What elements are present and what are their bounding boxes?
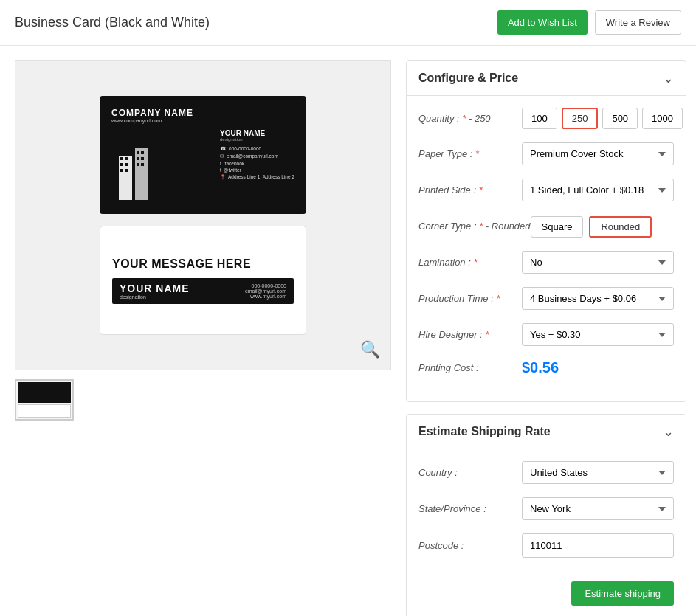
country-row: Country : United States Canada United Ki…: [418, 461, 674, 484]
card-company-name: COMPANY NAME: [111, 108, 193, 118]
configure-section: Configure & Price ⌄ Quantity : * - 250 1…: [406, 60, 686, 402]
zoom-icon[interactable]: 🔍: [360, 340, 380, 359]
card-your-name: YOUR NAME: [220, 129, 294, 137]
card-white-bottom-left: YOUR NAME designation: [120, 283, 190, 300]
shipping-section: Estimate Shipping Rate ⌄ Country : Unite…: [406, 414, 686, 616]
shipping-section-header: Estimate Shipping Rate ⌄: [407, 415, 686, 449]
corner-btn-square[interactable]: Square: [531, 216, 584, 238]
country-select[interactable]: United States Canada United Kingdom: [522, 461, 674, 484]
card-white-message: YOUR MESSAGE HERE: [112, 257, 294, 271]
country-control: United States Canada United Kingdom: [522, 461, 674, 484]
state-control: New York California Texas: [522, 497, 674, 520]
card-address: 📍Address Line 1, Address Line 2: [220, 174, 294, 180]
production-time-select[interactable]: 4 Business Days + $0.06 3 Business Days …: [522, 287, 674, 310]
building-icon: [111, 134, 156, 200]
card-twitter: t@twitter: [220, 167, 294, 173]
state-label: State/Province :: [418, 503, 522, 514]
card-white-name: YOUR NAME: [120, 283, 190, 294]
card-website: www.companyurl.com: [111, 118, 193, 123]
svg-rect-7: [125, 169, 128, 172]
svg-rect-5: [125, 163, 128, 166]
page-title: Business Card (Black and White): [15, 15, 210, 30]
lamination-control: No Gloss Matte: [522, 251, 674, 274]
hire-designer-control: Yes + $0.30 No: [522, 323, 674, 346]
postcode-control: [522, 533, 674, 558]
card-white-bottom: YOUR NAME designation 000-0000-0000 emai…: [112, 278, 294, 304]
card-facebook: f/facebook: [220, 161, 294, 166]
svg-rect-4: [120, 163, 123, 166]
printed-side-label: Printed Side : *: [418, 184, 522, 195]
printing-cost-label: Printing Cost :: [418, 362, 522, 373]
printing-cost-value: $0.56: [522, 359, 559, 376]
postcode-row: Postcode :: [418, 533, 674, 558]
qty-btn-250[interactable]: 250: [562, 108, 599, 129]
config-area: Configure & Price ⌄ Quantity : * - 250 1…: [406, 60, 686, 616]
printing-cost-row: Printing Cost : $0.56: [418, 359, 674, 376]
estimate-shipping-button[interactable]: Estimate shipping: [571, 581, 674, 606]
corner-type-control: Square Rounded: [531, 216, 674, 238]
card-black: COMPANY NAME www.companyurl.com: [100, 96, 306, 214]
printing-cost-value-container: $0.56: [522, 359, 674, 376]
thumbnail-row: [15, 379, 391, 421]
paper-type-select[interactable]: Premium Cover Stock Standard Cover Stock: [522, 142, 674, 165]
product-image-main: COMPANY NAME www.companyurl.com: [15, 60, 391, 370]
svg-rect-9: [141, 151, 144, 154]
shipping-chevron-icon[interactable]: ⌄: [663, 423, 674, 440]
estimate-button-row: Estimate shipping: [418, 571, 674, 606]
svg-rect-12: [137, 163, 139, 166]
country-label: Country :: [418, 467, 522, 478]
quantity-control: 100 250 500 1000: [522, 108, 683, 129]
card-black-right: YOUR NAME designation ☎000-0000-0000 ✉em…: [220, 129, 294, 181]
configure-section-body: Quantity : * - 250 100 250 500 1000: [407, 96, 686, 401]
paper-type-row: Paper Type : * Premium Cover Stock Stand…: [418, 142, 674, 165]
hire-designer-label: Hire Designer : *: [418, 329, 522, 340]
hire-designer-select[interactable]: Yes + $0.30 No: [522, 323, 674, 346]
svg-rect-8: [137, 151, 139, 154]
card-white-contact: 000-0000-0000 email@myurl.com www.myurl.…: [245, 283, 286, 299]
header-actions: Add to Wish List Write a Review: [497, 10, 681, 35]
qty-btn-500[interactable]: 500: [602, 108, 638, 129]
paper-type-control: Premium Cover Stock Standard Cover Stock: [522, 142, 674, 165]
add-to-wish-list-button[interactable]: Add to Wish List: [497, 10, 588, 35]
shipping-section-title: Estimate Shipping Rate: [418, 425, 551, 438]
state-select[interactable]: New York California Texas: [522, 497, 674, 520]
svg-rect-6: [120, 169, 123, 172]
main-content: COMPANY NAME www.companyurl.com: [0, 46, 696, 616]
shipping-section-body: Country : United States Canada United Ki…: [407, 449, 686, 616]
corner-btn-rounded[interactable]: Rounded: [589, 216, 652, 238]
svg-rect-13: [141, 163, 144, 166]
postcode-input[interactable]: [522, 533, 674, 558]
page-header: Business Card (Black and White) Add to W…: [0, 0, 696, 46]
thumbnail-white-section: [18, 404, 71, 418]
lamination-label: Lamination : *: [418, 257, 522, 268]
thumbnail-black-section: [18, 382, 71, 403]
qty-btn-100[interactable]: 100: [522, 108, 557, 129]
configure-chevron-icon[interactable]: ⌄: [663, 70, 674, 86]
printed-side-select[interactable]: 1 Sided, Full Color + $0.18 2 Sided, Ful…: [522, 179, 674, 201]
card-email: ✉email@companyurl.com: [220, 153, 294, 159]
corner-type-label: Corner Type : * - Rounded: [418, 221, 531, 232]
lamination-row: Lamination : * No Gloss Matte: [418, 251, 674, 274]
qty-btn-1000[interactable]: 1000: [642, 108, 683, 129]
card-designation: designation: [220, 137, 294, 142]
paper-type-label: Paper Type : *: [418, 148, 522, 159]
configure-section-header: Configure & Price ⌄: [407, 61, 686, 96]
thumbnail-1[interactable]: [15, 379, 74, 421]
hire-designer-row: Hire Designer : * Yes + $0.30 No: [418, 323, 674, 346]
svg-rect-3: [125, 157, 128, 160]
printed-side-control: 1 Sided, Full Color + $0.18 2 Sided, Ful…: [522, 179, 674, 201]
product-image-area: COMPANY NAME www.companyurl.com: [15, 60, 391, 616]
card-white-designation: designation: [120, 294, 190, 300]
svg-rect-1: [135, 148, 148, 200]
card-white: YOUR MESSAGE HERE YOUR NAME designation …: [100, 226, 306, 335]
production-time-row: Production Time : * 4 Business Days + $0…: [418, 287, 674, 310]
lamination-select[interactable]: No Gloss Matte: [522, 251, 674, 274]
quantity-row: Quantity : * - 250 100 250 500 1000: [418, 108, 674, 129]
svg-rect-11: [141, 157, 144, 160]
postcode-label: Postcode :: [418, 540, 522, 551]
printed-side-row: Printed Side : * 1 Sided, Full Color + $…: [418, 179, 674, 201]
card-black-left: COMPANY NAME www.companyurl.com: [111, 108, 193, 202]
quantity-label: Quantity : * - 250: [418, 113, 522, 124]
write-review-button[interactable]: Write a Review: [595, 10, 681, 35]
production-time-control: 4 Business Days + $0.06 3 Business Days …: [522, 287, 674, 310]
